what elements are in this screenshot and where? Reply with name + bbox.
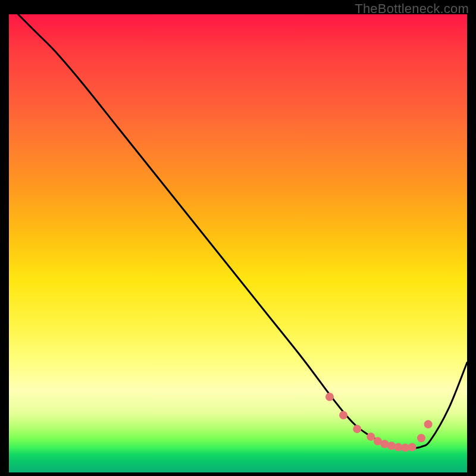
bottleneck-curve	[18, 14, 467, 449]
curve-marker	[325, 393, 334, 401]
chart-stage: TheBottleneck.com	[0, 0, 476, 476]
curve-marker	[353, 425, 361, 433]
curve-marker	[417, 434, 425, 442]
curve-layer	[9, 14, 467, 472]
curve-marker	[387, 441, 396, 450]
curve-marker	[367, 433, 375, 441]
curve-marker	[408, 443, 416, 452]
curve-marker	[424, 420, 433, 428]
curve-markers	[325, 393, 433, 452]
plot-area	[9, 14, 467, 472]
curve-marker	[339, 411, 347, 419]
